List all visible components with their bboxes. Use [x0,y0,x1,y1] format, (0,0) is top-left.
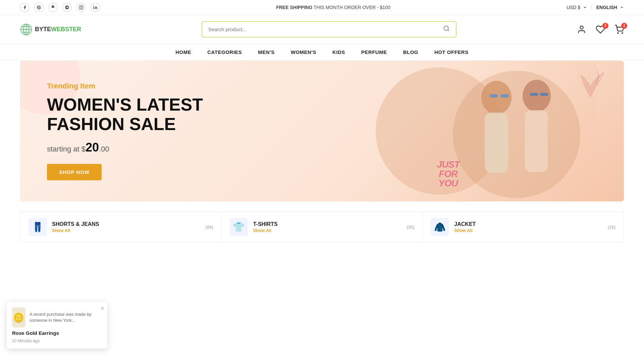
popup-product-name: Rose Gold Earrings [12,330,102,336]
svg-point-15 [453,71,580,198]
svg-rect-22 [530,93,538,96]
nav-womens[interactable]: WOMEN'S [291,49,316,55]
svg-rect-4 [93,7,94,9]
search-button[interactable] [437,22,456,37]
nav-categories[interactable]: CATEGORIES [207,49,242,55]
search-bar [202,21,457,38]
hero-price-amount: 20 [86,140,99,154]
shorts-jeans-name: SHORTS & JEANS [52,221,99,227]
jacket-count: (16) [608,225,615,230]
svg-rect-17 [485,113,508,173]
pinterest-icon[interactable] [34,3,44,12]
shorts-jeans-link[interactable]: Show All [52,228,99,233]
category-left: 🧥 JACKET Show All [431,218,476,236]
language-chevron-icon [620,5,624,9]
category-tshirts[interactable]: 👕 T-SHIRTS Show All (35) [221,212,423,242]
language-selector[interactable]: ENGLISH [596,5,617,10]
account-icon-btn[interactable] [577,25,586,34]
nav-perfume[interactable]: PERFUME [361,49,387,55]
hero-content: Trending Item WOMEN'S LATEST FASHION SAL… [20,62,230,200]
nav-kids[interactable]: KIDS [332,49,345,55]
svg-rect-23 [540,93,548,96]
purchase-popup: × 🪙 A recent purchase was made by someon… [7,302,107,349]
snapchat-icon[interactable] [48,3,58,12]
jacket-name: JACKET [454,221,476,227]
shipping-banner: FREE SHIPPING THIS MONTH ORDER OVER - $1… [276,5,390,10]
shorts-jeans-icon-box: 👖 [29,218,47,236]
nav-hot-offers[interactable]: HOT OFFERS [434,49,469,55]
reddit-icon[interactable] [62,3,72,12]
wishlist-badge: 5 [602,23,608,29]
main-nav: HOME CATEGORIES MEN'S WOMEN'S KIDS PERFU… [0,44,644,61]
search-input[interactable] [202,22,437,36]
hero-title-line1: WOMEN'S LATEST [47,95,203,114]
category-shorts-jeans[interactable]: 👖 SHORTS & JEANS Show All (84) [20,212,221,242]
svg-rect-18 [490,94,498,98]
hero-banner: Trending Item WOMEN'S LATEST FASHION SAL… [20,61,624,201]
tshirts-info: T-SHIRTS Show All [253,221,278,233]
svg-rect-21 [525,110,548,172]
top-bar: FREE SHIPPING THIS MONTH ORDER OVER - $1… [0,0,644,15]
nav-home[interactable]: HOME [175,49,191,55]
popup-description: A recent purchase was made by someone in… [30,311,102,323]
svg-point-10 [444,26,448,31]
category-left: 👖 SHORTS & JEANS Show All [29,218,99,236]
header-icons: 5 2 [577,25,624,34]
svg-point-2 [80,6,82,8]
header: BYTEWEBSTER 5 2 [0,15,644,44]
popup-message-area: A recent purchase was made by someone in… [30,311,102,323]
linkedin-icon[interactable] [91,3,100,12]
currency-chevron-icon [583,5,587,9]
divider: | [591,5,592,10]
svg-point-5 [93,5,94,6]
svg-rect-1 [79,5,83,9]
hero-title: WOMEN'S LATEST FASHION SALE [47,95,203,133]
svg-point-3 [82,6,83,6]
cart-badge: 2 [621,23,627,29]
instagram-icon[interactable] [76,3,86,12]
logo-text-2: WEBSTER [51,26,81,33]
category-strip: 👖 SHORTS & JEANS Show All (84) 👕 T-SHIRT… [20,212,624,242]
jacket-link[interactable]: Show All [454,228,476,233]
currency-selector[interactable]: USD $ [567,5,580,10]
nav-mens[interactable]: MEN'S [258,49,274,55]
logo-text-1: BYTE [35,26,51,33]
hero-price-suffix: .00 [99,145,109,153]
shop-now-button[interactable]: SHOP NOW [47,164,102,180]
popup-close-button[interactable]: × [101,305,104,311]
top-bar-right: USD $ | ENGLISH [567,5,624,10]
popup-time: 10 Minutes ago [12,339,102,343]
jacket-icon-box: 🧥 [431,218,449,236]
logo[interactable]: BYTEWEBSTER [20,23,81,36]
category-left: 👕 T-SHIRTS Show All [230,218,278,236]
logo-text: BYTEWEBSTER [35,26,81,33]
user-icon [577,25,586,34]
tshirts-count: (35) [407,225,414,230]
search-icon [443,25,450,32]
jacket-info: JACKET Show All [454,221,476,233]
svg-point-14 [622,33,623,33]
hero-models-svg [423,67,597,201]
shorts-jeans-count: (84) [206,225,213,230]
popup-product-image: 🪙 [12,307,25,327]
svg-line-11 [448,30,449,31]
social-links [20,3,100,12]
tshirts-link[interactable]: Show All [253,228,278,233]
popup-product-icon: 🪙 [13,312,24,323]
cart-icon-btn[interactable]: 2 [614,25,624,34]
shipping-sub: THIS MONTH ORDER OVER - $100 [314,5,390,10]
jacket-icon: 🧥 [434,222,446,233]
logo-globe-icon [20,23,32,36]
popup-header: 🪙 A recent purchase was made by someone … [12,307,102,327]
hero-price-prefix: starting at $ [47,145,86,153]
facebook-icon[interactable] [20,3,30,12]
svg-point-13 [618,33,618,33]
tshirts-name: T-SHIRTS [253,221,278,227]
shorts-jeans-icon: 👖 [32,222,44,233]
hero-trending-label: Trending Item [47,82,203,90]
wishlist-icon-btn[interactable]: 5 [596,25,605,34]
tshirts-icon: 👕 [233,222,245,233]
nav-blog[interactable]: BLOG [403,49,418,55]
hero-title-line2: FASHION SALE [47,114,176,134]
category-jacket[interactable]: 🧥 JACKET Show All (16) [422,212,624,242]
